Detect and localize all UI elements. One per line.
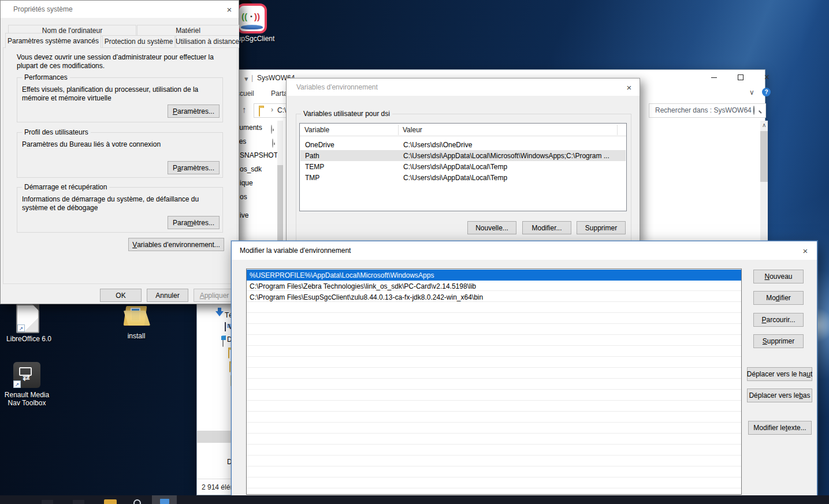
desktop-icon-label-libreoffice[interactable]: LibreOffice 6.0: [0, 335, 58, 343]
ribbon-collapse-icon[interactable]: ∨: [749, 88, 754, 96]
folder-icon[interactable]: [228, 349, 229, 359]
scrollbar-thumb[interactable]: [760, 131, 768, 182]
tab-parametres-avances-active[interactable]: Paramètres système avancés: [5, 33, 101, 48]
apply-button: Appliquer: [194, 289, 235, 302]
cancel-button[interactable]: Annuler: [147, 289, 188, 302]
close-icon[interactable]: ×: [624, 82, 634, 92]
scroll-up-icon[interactable]: ∧: [762, 122, 766, 128]
group-title: Démarrage et récupération: [22, 183, 109, 191]
help-icon[interactable]: ?: [762, 88, 771, 96]
pin-icon: [271, 125, 272, 134]
edit-entry-button[interactable]: Modifier: [753, 291, 804, 305]
env-row-path-selected[interactable]: Path C:\Users\dsi\AppData\Local\Microsof…: [300, 150, 626, 161]
var-name: OneDrive: [305, 141, 396, 149]
taskbar-explorer-icon: [160, 499, 169, 504]
var-name: Path: [305, 152, 396, 160]
environment-variables-button[interactable]: Variables d'environnement...: [128, 238, 224, 251]
esupsgcclient-icon[interactable]: (( • )): [237, 3, 267, 33]
tab-materiel[interactable]: Matériel: [137, 25, 239, 36]
user-profile-settings-button[interactable]: Paramètres...: [168, 161, 220, 174]
folder-icon: [259, 107, 260, 117]
taskbar-active-app[interactable]: [152, 495, 177, 504]
column-separator[interactable]: [398, 125, 399, 135]
column-separator[interactable]: [617, 125, 618, 135]
system-drive-icon: [222, 338, 224, 347]
var-name: TMP: [305, 174, 396, 182]
env-row-temp[interactable]: TEMP C:\Users\dsi\AppData\Local\Temp: [300, 161, 626, 172]
downloads-icon: [215, 311, 224, 324]
delete-entry-button[interactable]: Supprimer: [753, 334, 804, 348]
path-entry-text: %USERPROFILE%\AppData\Local\Microsoft\Wi…: [250, 271, 740, 279]
group-title: Performances: [22, 73, 70, 81]
var-value: C:\Users\dsi\OneDrive: [403, 141, 623, 149]
startup-settings-button[interactable]: Paramètres...: [168, 216, 220, 229]
sidebar-item-os-sdk[interactable]: os_sdk: [240, 165, 262, 173]
search-input[interactable]: Rechercher dans : SysWOW64: [649, 103, 766, 118]
nav-up-icon[interactable]: ↑: [242, 104, 247, 114]
taskbar-folder-icon[interactable]: [104, 499, 117, 504]
path-entry[interactable]: C:\Program Files\Zebra Technologies\link…: [247, 281, 741, 292]
sidebar-scrollbar[interactable]: [277, 121, 283, 247]
close-icon[interactable]: ×: [224, 4, 235, 14]
maximize-button[interactable]: [727, 70, 753, 85]
path-entry[interactable]: C:\Program Files\EsupSgcClient\zulu8.44.…: [247, 292, 741, 303]
sidebar-item-musique[interactable]: ique: [240, 179, 253, 187]
startup-recovery-group: Démarrage et récupération Informations d…: [17, 187, 223, 233]
shortcut-arrow-icon: ↗: [17, 324, 25, 332]
ok-button[interactable]: OK: [100, 289, 142, 302]
edit-var-titlebar: Modifier la variable d'environnement ×: [232, 241, 817, 260]
sidebar-item-onedrive[interactable]: ive: [240, 211, 248, 219]
search-icon[interactable]: [753, 106, 754, 115]
move-down-button[interactable]: Déplacer vers le bas: [747, 389, 812, 402]
taskbar-icon[interactable]: [73, 500, 84, 504]
folder-icon[interactable]: [229, 363, 231, 372]
tab-utilisation-distance[interactable]: Utilisation à distance: [176, 35, 239, 48]
breadcrumb-separator: ›: [271, 106, 273, 114]
path-entries-list[interactable]: %USERPROFILE%\AppData\Local\Microsoft\Wi…: [246, 268, 742, 495]
new-entry-button[interactable]: Nouveau: [753, 270, 804, 283]
path-entry-text: C:\Program Files\Zebra Technologies\link…: [250, 282, 740, 290]
folder-front-shape: [124, 311, 150, 326]
windows-logo-icon: [221, 335, 226, 340]
env-row-tmp[interactable]: TMP C:\Users\dsi\AppData\Local\Temp: [300, 172, 626, 183]
taskbar[interactable]: [0, 495, 829, 504]
close-button[interactable]: ×: [754, 70, 780, 85]
column-header-variable[interactable]: Variable: [304, 126, 329, 134]
desktop-icon-label-renault[interactable]: Renault Media Nav Toolbox: [0, 391, 54, 407]
wifi-right-icon: )): [254, 12, 260, 21]
maximize-icon: [738, 74, 744, 80]
performances-settings-button[interactable]: Paramètres...: [168, 104, 220, 118]
sidebar-item-videos[interactable]: os: [240, 193, 247, 201]
install-folder-icon[interactable]: [125, 306, 149, 326]
edit-env-variable-dialog: Modifier la variable d'environnement × %…: [231, 241, 817, 497]
minimize-button[interactable]: [701, 70, 727, 85]
path-entry-selected[interactable]: %USERPROFILE%\AppData\Local\Microsoft\Wi…: [247, 270, 741, 281]
system-properties-titlebar: Propriétés système ×: [1, 1, 239, 18]
system-properties-dialog: Propriétés système × Nom de l'ordinateur…: [0, 0, 239, 304]
delete-variable-button[interactable]: Supprimer: [577, 221, 626, 234]
edit-text-button[interactable]: Modifier le texte...: [748, 421, 812, 435]
sync-arrows-icon: ⇄: [23, 372, 30, 383]
edit-variable-button[interactable]: Modifier...: [522, 221, 571, 234]
desktop-icon-label-install[interactable]: install: [107, 332, 165, 340]
close-icon[interactable]: ×: [800, 245, 811, 256]
renault-toolbox-icon[interactable]: ⇄ ↗: [13, 362, 40, 388]
tab-protection-systeme[interactable]: Protection du système: [102, 35, 175, 48]
group-description: Paramètres du Bureau liés à votre connex…: [22, 140, 217, 149]
taskbar-browser-icon[interactable]: [133, 499, 141, 504]
env-row-onedrive[interactable]: OneDrive C:\Users\dsi\OneDrive: [300, 139, 626, 150]
new-variable-button[interactable]: Nouvelle...: [467, 221, 516, 234]
taskbar-icon[interactable]: [42, 500, 53, 504]
table-header: Variable Valeur: [300, 124, 626, 136]
quick-access-chevron-icon[interactable]: ▾: [244, 74, 248, 83]
sidebar-scrollbar-thumb[interactable]: [277, 165, 283, 243]
move-up-button[interactable]: Déplacer vers le haut: [747, 367, 812, 381]
var-name: TEMP: [305, 163, 396, 171]
dialog-title: Variables d'environnement: [296, 83, 378, 91]
browse-button[interactable]: Parcourir...: [753, 313, 804, 327]
group-title: Variables utilisateur pour dsi: [301, 110, 392, 118]
libreoffice-icon[interactable]: ↗: [16, 304, 39, 333]
sidebar-item-snapshot[interactable]: SNAPSHOT: [240, 151, 278, 159]
folded-corner-shape: [32, 304, 39, 311]
column-header-valeur[interactable]: Valeur: [403, 126, 422, 134]
